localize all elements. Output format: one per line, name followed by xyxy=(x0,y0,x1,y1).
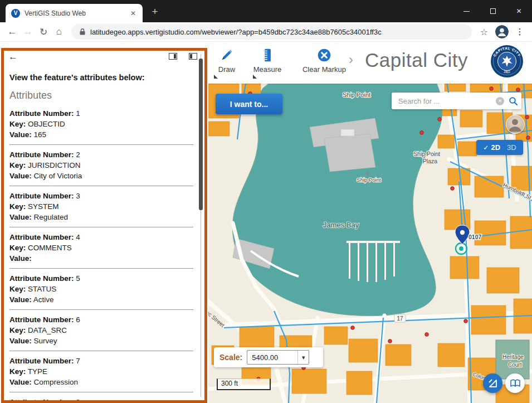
scalebar: 300 ft xyxy=(217,378,271,390)
browser-back-button[interactable]: ← xyxy=(4,24,20,40)
attribute-number-line: Attribute Number: 4 xyxy=(9,232,193,242)
browser-home-button[interactable]: ⌂ xyxy=(51,24,67,40)
tab-close-icon[interactable]: ✕ xyxy=(128,8,138,18)
attribute-key-line: Key: TYPE xyxy=(9,366,193,377)
browser-navbar: ← → ↻ ⌂ latitudegeo.apps.vertigistudio.c… xyxy=(0,22,532,42)
map-label-ship-point: Ship Point xyxy=(343,91,370,98)
lock-icon xyxy=(79,28,86,36)
attribute-block: Attribute Number: 4 Key: COMMENTS Value: xyxy=(9,227,193,269)
app-title: Capital City xyxy=(365,49,468,71)
address-bar[interactable]: latitudegeo.apps.vertigistudio.com/webvi… xyxy=(71,24,472,40)
caret-down-icon: ▾ xyxy=(297,351,309,364)
toolbar-overflow-chevron-icon[interactable]: › xyxy=(349,52,353,67)
browser-window: V VertiGIS Studio Web ✕ + ✕ ← → ↻ ⌂ lati… xyxy=(0,0,532,403)
map-label-route-17: 17 xyxy=(397,315,403,322)
sketch-tools-button[interactable] xyxy=(483,373,502,393)
subtools-indicator-icon xyxy=(214,75,218,79)
open-book-icon xyxy=(510,379,521,388)
attribute-key-line: Key: JURISDICTION xyxy=(9,160,193,171)
person-icon xyxy=(495,25,509,38)
clear-markup-label: Clear Markup xyxy=(302,65,346,74)
map-label-james-bay: James Bay xyxy=(323,221,359,229)
attribute-value-line: Value: Survey xyxy=(9,336,193,346)
map-label-court: Court xyxy=(508,362,522,368)
subtools-indicator-icon xyxy=(253,75,257,79)
map-canvas[interactable]: 17 Ship Point Ship Point Plaza Ship Poin… xyxy=(208,84,532,403)
search-clear-icon[interactable]: ✕ xyxy=(496,97,504,105)
measure-tool-button[interactable]: Measure xyxy=(252,47,283,74)
map-label-ship-point-plaza-2: Plaza xyxy=(423,158,437,164)
attribute-value-line: Value: Active xyxy=(9,294,193,305)
app-content: ← View the feature's attributes below: A… xyxy=(0,42,532,403)
attribute-block: Attribute Number: 2 Key: JURISDICTION Va… xyxy=(9,145,193,186)
left-region: ← View the feature's attributes below: A… xyxy=(0,42,208,403)
attribute-value-line: Value: xyxy=(9,253,193,264)
browser-profile-avatar[interactable] xyxy=(495,25,509,38)
attribute-value-line: Value: City of Victoria xyxy=(9,171,193,181)
window-maximize-button[interactable] xyxy=(480,0,506,22)
attributes-heading: Attributes xyxy=(9,90,196,101)
pier-building xyxy=(341,129,354,136)
maximize-icon xyxy=(490,8,496,14)
attribute-key-line: Key: SYSTEM xyxy=(9,201,193,212)
clear-markup-icon xyxy=(316,47,332,63)
attribute-number-line: Attribute Number: 8 xyxy=(9,397,193,403)
attribute-block: Attribute Number: 5 Key: STATUS Value: A… xyxy=(9,269,193,310)
tab-title: VertiGIS Studio Web xyxy=(25,9,128,17)
attribute-block: Attribute Number: 6 Key: DATA_SRC Value:… xyxy=(9,310,193,351)
search-box: ✕ xyxy=(392,93,521,109)
panel-body: View the feature's attributes below: Att… xyxy=(4,64,204,403)
scale-dropdown[interactable]: 5400.00 ▾ xyxy=(247,350,309,365)
bookmarks-button[interactable] xyxy=(505,373,525,393)
map-label-ship-point-pier: Ship Point xyxy=(357,177,381,183)
attributes-panel: ← View the feature's attributes below: A… xyxy=(1,48,207,403)
search-icon[interactable] xyxy=(509,96,518,106)
scale-label: Scale: xyxy=(219,353,242,362)
attribute-block: Attribute Number: 7 Key: TYPE Value: Com… xyxy=(9,351,193,392)
browser-reload-button[interactable]: ↻ xyxy=(36,24,51,40)
attribute-number-line: Attribute Number: 5 xyxy=(9,273,193,284)
new-tab-button[interactable]: + xyxy=(148,5,162,18)
clear-markup-button[interactable]: Clear Markup xyxy=(302,47,346,74)
draw-label: Draw xyxy=(218,65,235,74)
attribute-key-line: Key: COMMENTS xyxy=(9,242,193,253)
attribute-value-line: Value: 165 xyxy=(9,129,193,140)
attribute-value-line: Value: Regulated xyxy=(9,212,193,222)
browser-tab[interactable]: V VertiGIS Studio Web ✕ xyxy=(6,4,143,22)
window-minimize-button[interactable] xyxy=(453,0,480,22)
view-mode-toggle: ✓ 2D 3D xyxy=(476,140,523,155)
window-close-button[interactable]: ✕ xyxy=(506,0,532,22)
bookmark-star-icon[interactable]: ☆ xyxy=(476,24,492,40)
view-2d-button[interactable]: 2D xyxy=(491,143,500,152)
search-input[interactable] xyxy=(397,96,496,106)
dock-panel-left-icon[interactable] xyxy=(189,53,197,60)
attribute-number-line: Attribute Number: 3 xyxy=(9,191,193,201)
attribute-block: Attribute Number: 3 Key: SYSTEM Value: R… xyxy=(9,186,193,227)
poi-dot xyxy=(367,173,369,176)
panel-intro-text: View the feature's attributes below: xyxy=(9,73,196,82)
sketch-icon xyxy=(488,378,498,389)
right-region: Draw Measure xyxy=(208,42,532,403)
window-controls: ✕ xyxy=(453,0,532,22)
scrollbar-thumb[interactable] xyxy=(199,59,203,210)
draw-tool-button[interactable]: Draw xyxy=(213,47,241,74)
panel-header: ← xyxy=(4,51,204,64)
scale-widget: Scale: 5400.00 ▾ xyxy=(214,347,323,367)
browser-menu-button[interactable]: ⋮ xyxy=(512,24,528,40)
attribute-number-line: Attribute Number: 6 xyxy=(9,314,193,325)
vertigis-favicon-icon: V xyxy=(11,9,20,18)
attribute-number-line: Attribute Number: 7 xyxy=(9,356,193,366)
browser-forward-button[interactable]: → xyxy=(20,24,36,40)
i-want-to-button[interactable]: I want to... xyxy=(216,94,282,114)
attribute-list: Attribute Number: 1 Key: OBJECTID Value:… xyxy=(9,104,196,403)
map-label-heritage: Heritage xyxy=(502,354,524,360)
map-label-ship-point-plaza-1: Ship Point xyxy=(413,150,440,157)
ruler-icon xyxy=(260,47,275,63)
water-james-bay[interactable] xyxy=(232,84,442,316)
url-text: latitudegeo.apps.vertigistudio.com/webvi… xyxy=(90,28,382,36)
dock-panel-right-icon[interactable] xyxy=(169,53,177,60)
view-3d-button[interactable]: 3D xyxy=(507,143,516,152)
panel-back-button[interactable]: ← xyxy=(8,51,18,62)
user-avatar[interactable] xyxy=(506,115,525,134)
app-toolbar: Draw Measure xyxy=(208,42,532,84)
